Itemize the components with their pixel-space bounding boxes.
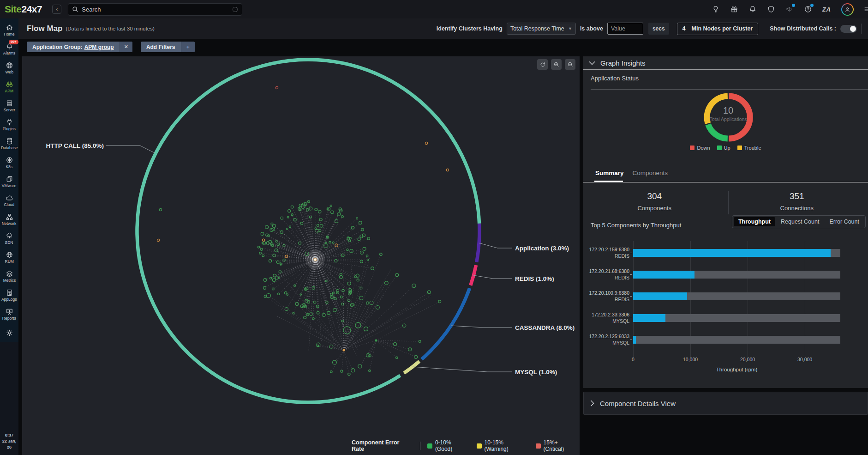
sidebar-item-applogs[interactable]: AppLogs xyxy=(0,285,18,304)
zoom-out-button[interactable] xyxy=(565,59,575,70)
site24x7-logo[interactable]: Site24x7 xyxy=(5,4,42,15)
gear-icon xyxy=(6,329,13,337)
bar-track xyxy=(633,292,840,300)
graph-insights-tabs: SummaryComponents xyxy=(595,170,668,176)
help-icon[interactable] xyxy=(804,5,812,13)
mode-throughput[interactable]: Throughput xyxy=(734,217,775,226)
ring-label-mysql: MYSQL (1.0%) xyxy=(515,369,557,376)
sidebar-item-reports[interactable]: Reports xyxy=(0,304,18,323)
metric-dropdown-value: Total Response Time xyxy=(510,25,564,32)
gift-icon[interactable] xyxy=(730,5,738,13)
ring-label-application: Application (3.0%) xyxy=(515,245,569,252)
sidebar-item-network[interactable]: Network xyxy=(0,210,18,229)
application-group-chip[interactable]: Application Group: APM group ✕ xyxy=(27,42,132,52)
component-address: 172.20.100.9:6380 xyxy=(583,290,629,296)
sidebar-item-database[interactable]: Database xyxy=(0,134,18,153)
lightbulb-icon[interactable] xyxy=(712,5,720,13)
toggle-knob xyxy=(850,26,856,32)
tab-summary[interactable]: Summary xyxy=(595,170,624,176)
clear-search-icon[interactable] xyxy=(232,6,238,12)
sidebar-item-apm[interactable]: APM xyxy=(0,77,18,96)
bar-row-label: 172.20.2.159:6380REDIS xyxy=(583,246,629,259)
topbar-icon-group: ZA xyxy=(712,0,868,18)
error-legend-item: 10-15% (Warning) xyxy=(477,439,529,452)
status-legend-item: Trouble xyxy=(737,145,761,151)
megaphone-icon[interactable] xyxy=(785,5,794,13)
refresh-map-button[interactable] xyxy=(537,59,548,70)
zia-logo-icon[interactable]: ZA xyxy=(822,6,831,13)
top-bar: Site24x7 ‹ ZA xyxy=(0,0,868,18)
sidebar-item-metrics[interactable]: Metrics xyxy=(0,267,18,285)
min-nodes-value[interactable]: 4 xyxy=(682,25,686,32)
bar-track xyxy=(633,336,840,344)
sidebar-item-label: RUM xyxy=(5,259,13,264)
application-group-chip-label[interactable]: Application Group: APM group xyxy=(27,42,120,52)
sidebar-item-cloud[interactable]: Cloud xyxy=(0,191,18,210)
sidebar-clock: 8:37 22 Jan, 26 xyxy=(0,432,18,450)
component-details-panel[interactable]: Component Details View xyxy=(583,392,868,415)
chevron-down-icon: ▼ xyxy=(565,26,572,31)
sidebar-item-home[interactable]: Home xyxy=(0,20,18,39)
tab-components[interactable]: Components xyxy=(633,170,668,176)
status-legend-item: Up xyxy=(717,145,730,151)
map-controls xyxy=(537,59,575,70)
zoom-in-button[interactable] xyxy=(551,59,562,70)
shield-icon[interactable] xyxy=(767,5,775,13)
legend-color-swatch xyxy=(477,443,482,449)
sidebar-item-alarms[interactable]: 99+Alarms xyxy=(0,39,18,58)
clock-time: 8:37 xyxy=(0,432,18,438)
add-filters-text: Add Filters xyxy=(146,44,175,50)
bar-track xyxy=(633,314,840,322)
row-tick xyxy=(630,274,632,275)
graph-insights-header[interactable]: Graph Insights xyxy=(583,56,868,70)
status-label: Down xyxy=(697,145,710,151)
threshold-value-input[interactable] xyxy=(607,23,643,35)
search-bar[interactable] xyxy=(68,3,242,16)
stat-connections: 351Connections xyxy=(726,191,868,212)
graph-insights-panel: Graph Insights Application Status 10 Tot… xyxy=(583,56,868,388)
page-header: Flow Map (Data is limited to the last 30… xyxy=(18,18,868,39)
search-input[interactable] xyxy=(82,6,229,13)
gridline xyxy=(805,241,805,358)
axis-tick-label: 10,000 xyxy=(683,357,698,362)
sidebar-item-plugins[interactable]: Plugins xyxy=(0,115,18,134)
status-legend-item: Down xyxy=(690,145,710,151)
sidebar-item-label: Database xyxy=(1,146,18,150)
status-color-swatch xyxy=(737,146,742,150)
application-status-legend: DownUpTrouble xyxy=(583,145,868,151)
sidebar-item-settings[interactable] xyxy=(0,323,18,342)
sidebar-item-vmware[interactable]: VMware xyxy=(0,172,18,191)
collapse-sidebar-icon[interactable]: ‹ xyxy=(52,5,61,14)
component-type: MYSQL xyxy=(583,340,629,346)
ring-label-http-call: HTTP CALL (85.0%) xyxy=(46,142,104,149)
min-nodes-control[interactable]: 4 Min Nodes per Cluster xyxy=(677,23,759,35)
flow-map-canvas[interactable]: HTTP CALL (85.0%)Application (3.0%)REDIS… xyxy=(22,56,580,455)
add-filter-icon[interactable]: ＋ xyxy=(181,42,195,52)
component-address: 172.20.2.125:6033 xyxy=(583,333,629,340)
metric-dropdown[interactable]: Total Response Time ▼ xyxy=(507,23,576,35)
sidebar-item-rum[interactable]: RUM xyxy=(0,248,18,267)
mode-error-count[interactable]: Error Count xyxy=(825,217,864,226)
add-filters-chip[interactable]: Add Filters ＋ xyxy=(141,42,195,52)
binoculars-icon xyxy=(6,80,13,88)
error-legend-title: Component Error Rate xyxy=(352,439,413,452)
user-avatar[interactable] xyxy=(841,3,854,16)
gridline xyxy=(748,241,748,358)
sidebar-item-web[interactable]: Web xyxy=(0,58,18,77)
sidebar-item-k8s[interactable]: K8s xyxy=(0,153,18,172)
sidebar-item-server[interactable]: Server xyxy=(0,96,18,115)
remove-filter-icon[interactable]: ✕ xyxy=(120,42,132,52)
component-type: REDIS xyxy=(583,274,629,281)
mode-request-count[interactable]: Request Count xyxy=(776,217,824,226)
status-label: Up xyxy=(724,145,730,151)
sidebar-items: Home99+AlarmsWebAPMServerPluginsDatabase… xyxy=(0,18,18,342)
bell-icon[interactable] xyxy=(748,5,757,13)
distributed-calls-toggle[interactable] xyxy=(840,25,857,33)
error-legend-item: 0-10% (Good) xyxy=(427,439,470,452)
group-value-link[interactable]: APM group xyxy=(84,44,114,50)
sidebar-item-sdn[interactable]: SDN xyxy=(0,229,18,248)
search-icon xyxy=(72,6,78,12)
menu-icon[interactable] xyxy=(864,5,868,13)
add-filters-label[interactable]: Add Filters xyxy=(141,42,181,52)
home-icon xyxy=(6,24,13,31)
